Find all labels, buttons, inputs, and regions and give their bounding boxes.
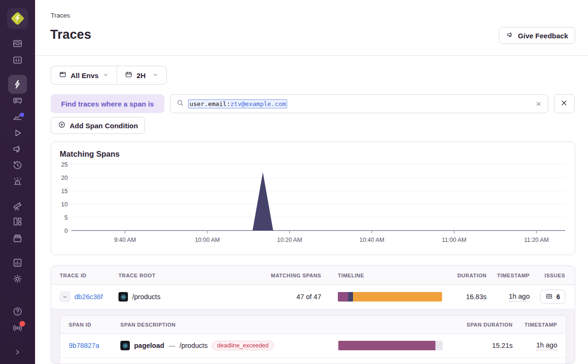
col-span-description: SPAN DESCRIPTION — [120, 322, 322, 328]
help-icon[interactable] — [12, 306, 23, 317]
inbox-issues-icon — [545, 293, 553, 302]
separator: — — [169, 342, 175, 349]
col-trace-root: TRACE ROOT — [118, 273, 266, 278]
col-issues: ISSUES — [530, 273, 565, 278]
span-status-badge: deadline_exceeded — [212, 341, 273, 350]
col-duration: DURATION — [446, 273, 487, 278]
trace-timestamp[interactable]: 1h ago — [509, 292, 530, 302]
svg-text:15: 15 — [61, 188, 68, 195]
insights-notification-dot — [20, 113, 24, 117]
span-condition-row: Find traces where a span is user.email:z… — [51, 94, 575, 113]
content: All Envs 2H Find tr — [35, 56, 588, 364]
col-timestamp: TIMESTAMP — [487, 273, 530, 278]
page-title: Traces — [50, 27, 91, 42]
megaphone-icon — [506, 31, 514, 40]
svg-text:9:40 AM: 9:40 AM — [114, 237, 136, 243]
span-op: pageload — [134, 342, 164, 349]
breadcrumb[interactable]: Traces — [51, 12, 70, 19]
lightning-traces-icon[interactable] — [8, 75, 27, 94]
search-icon — [176, 99, 184, 109]
chart-title: Matching Spans — [60, 150, 566, 159]
search-token-value: ztv@example.com — [230, 100, 286, 107]
give-feedback-label: Give Feedback — [518, 32, 568, 40]
date-range-selector[interactable]: 2H — [117, 66, 166, 84]
clear-search-icon[interactable] — [535, 100, 542, 107]
remove-condition-button[interactable] — [554, 94, 575, 113]
add-span-condition-label: Add Span Condition — [70, 122, 138, 130]
megaphone-feedback-icon[interactable] — [12, 143, 23, 155]
gear-settings-icon[interactable] — [12, 273, 23, 284]
span-id-link[interactable]: 9b78827a — [69, 342, 100, 349]
traces-page: Traces Traces Give Feedback All Envs — [0, 0, 588, 364]
close-icon — [560, 99, 568, 109]
chevron-down-icon — [102, 71, 109, 80]
svg-text:20: 20 — [61, 175, 68, 181]
whats-new-notification-dot — [19, 321, 25, 327]
dashboard-icon[interactable] — [12, 216, 23, 227]
issues-count: 6 — [556, 293, 560, 301]
svg-text:11:20 AM: 11:20 AM — [524, 237, 549, 243]
trace-duration: 16.83s — [446, 293, 487, 301]
inbox-issues-icon[interactable] — [12, 38, 23, 49]
chevron-down-icon — [152, 71, 159, 80]
span-row: 9b78827a pageload — /products — [60, 334, 566, 358]
spans-table-header: SPAN ID SPAN DESCRIPTION SPAN DURATION T… — [60, 316, 566, 334]
page-filter-bar: All Envs 2H — [51, 66, 167, 85]
chevron-right-collapse-icon[interactable] — [12, 346, 23, 358]
spans-table: SPAN ID SPAN DESCRIPTION SPAN DURATION T… — [60, 315, 566, 364]
col-span-timestamp: TIMESTAMP — [513, 322, 557, 328]
col-span-id: SPAN ID — [69, 322, 120, 328]
plus-circle-icon — [58, 121, 66, 130]
siren-alerts-icon[interactable] — [12, 176, 23, 187]
svg-text:0: 0 — [64, 228, 68, 234]
calendar-icon — [125, 71, 133, 80]
expanded-trace-spans: SPAN ID SPAN DESCRIPTION SPAN DURATION T… — [51, 309, 575, 364]
projector-replays-icon[interactable] — [12, 95, 23, 106]
matching-spans-panel: Matching Spans 05101520259:40 AM10:00 AM… — [51, 142, 575, 255]
search-token[interactable]: user.email:ztv@example.com — [188, 99, 288, 108]
search-token-key: user.email: — [190, 100, 230, 107]
react-icon — [118, 292, 128, 302]
span-timestamp[interactable]: 1h ago — [536, 341, 557, 351]
trace-id-link[interactable]: db26c36f — [74, 293, 103, 301]
play-releases-icon[interactable] — [12, 127, 23, 139]
give-feedback-button[interactable]: Give Feedback — [499, 27, 575, 44]
trace-root-name: /products — [132, 293, 161, 301]
svg-text:10:40 AM: 10:40 AM — [359, 237, 384, 243]
clock-history-icon[interactable] — [12, 160, 23, 171]
span-description: /products — [180, 342, 208, 349]
matching-spans-chart: 05101520259:40 AM10:00 AM10:20 AM10:40 A… — [60, 160, 565, 246]
col-matching-spans: MATCHING SPANS — [266, 273, 321, 278]
stats-icon[interactable] — [12, 257, 23, 268]
col-span-duration: SPAN DURATION — [446, 322, 513, 328]
date-range-value: 2H — [136, 71, 145, 80]
condition-prefix-label: Find traces where a span is — [51, 94, 164, 113]
environment-value: All Envs — [71, 71, 99, 80]
main-area: Traces Traces Give Feedback All Envs — [35, 0, 588, 364]
svg-text:11:00 AM: 11:00 AM — [442, 237, 467, 243]
matching-spans-count: 47 of 47 — [266, 293, 321, 301]
sentry-logo[interactable] — [7, 8, 28, 29]
react-icon — [120, 341, 130, 350]
span-search-input[interactable]: user.email:ztv@example.com — [170, 94, 548, 113]
svg-text:5: 5 — [64, 214, 68, 221]
span-timeline-bar — [338, 341, 443, 350]
col-timeline: TIMELINE — [321, 273, 446, 278]
add-span-condition-button[interactable]: Add Span Condition — [51, 117, 145, 134]
telescope-discover-icon[interactable] — [12, 200, 23, 212]
archive-box-icon[interactable] — [12, 232, 23, 244]
page-header: Traces Traces Give Feedback — [35, 0, 588, 56]
svg-text:10:00 AM: 10:00 AM — [195, 237, 220, 243]
traces-table: TRACE ID TRACE ROOT MATCHING SPANS TIMEL… — [51, 266, 575, 364]
window-icon — [59, 71, 67, 80]
traces-table-header: TRACE ID TRACE ROOT MATCHING SPANS TIMEL… — [51, 266, 575, 285]
trace-row: db26c36f /products 47 of 47 — [51, 285, 575, 309]
svg-text:10:20 AM: 10:20 AM — [277, 237, 302, 243]
trace-issues-button[interactable]: 6 — [540, 290, 565, 304]
svg-text:25: 25 — [61, 161, 68, 168]
environment-selector[interactable]: All Envs — [51, 66, 117, 84]
collapse-trace-button[interactable] — [60, 292, 70, 302]
trace-timeline-bar — [338, 292, 442, 302]
code-explore-icon[interactable] — [12, 54, 23, 66]
svg-text:10: 10 — [61, 201, 68, 208]
